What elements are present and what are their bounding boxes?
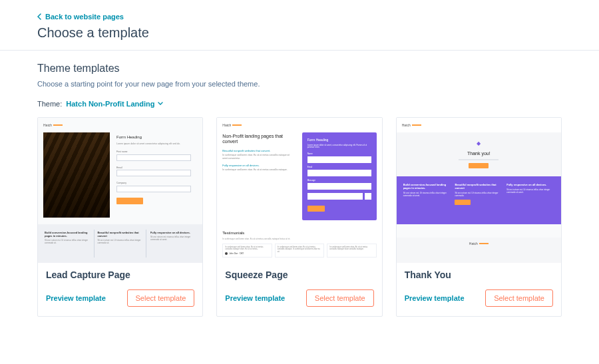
brand-logo: Hatch (43, 123, 63, 128)
preview-template-link[interactable]: Preview template (46, 294, 106, 302)
brand-logo: Hatch (222, 123, 242, 128)
back-link-label: Back to website pages (45, 13, 124, 21)
mini-form-panel: Form Heading Lorem ipsum dolor sit amet,… (302, 132, 377, 220)
section-title: Theme templates (37, 63, 562, 75)
section-subtitle: Choose a starting point for your new pag… (37, 80, 562, 88)
diamond-icon: ◆ (477, 140, 481, 147)
template-card-lead-capture: Hatch Form Heading Lorem ipsum dolor sit… (37, 117, 203, 317)
theme-label: Theme: (37, 100, 62, 108)
template-name: Thank You (405, 270, 553, 280)
footer: Hatch (397, 238, 561, 263)
page-title: Choose a template (37, 25, 562, 41)
theme-value: Hatch Non-Profit Landing (66, 100, 154, 108)
select-template-button[interactable]: Select template (306, 289, 374, 307)
feature-strip: Build conversion-focused landing pages i… (38, 224, 202, 263)
preview-template-link[interactable]: Preview template (225, 294, 285, 302)
theme-dropdown[interactable]: Hatch Non-Profit Landing (66, 100, 162, 108)
hero: ◆ Thank you! (397, 132, 561, 176)
brand-logo: Hatch (402, 123, 421, 128)
back-link[interactable]: Back to website pages (37, 13, 124, 21)
template-thumbnail[interactable]: Hatch Form Heading Lorem ipsum dolor sit… (38, 118, 202, 263)
select-template-button[interactable]: Select template (127, 289, 195, 307)
chevron-left-icon (37, 13, 41, 20)
preview-template-link[interactable]: Preview template (405, 294, 465, 302)
feature-band: Build conversion-focused landing pages i… (397, 176, 561, 224)
mini-copy: Non-Profit landing pages that convert Be… (222, 134, 292, 176)
select-template-button[interactable]: Select template (485, 289, 553, 307)
template-name: Squeeze Page (225, 270, 373, 280)
caret-down-icon (158, 102, 163, 106)
template-thumbnail[interactable]: Hatch ◆ Thank you! Build conversion-focu… (397, 118, 561, 263)
testimonials: Testimonials In scelerisque sed lorem vi… (217, 227, 381, 263)
template-name: Lead Capture Page (46, 270, 194, 280)
template-cards: Hatch Form Heading Lorem ipsum dolor sit… (37, 117, 562, 317)
mini-form: Form Heading Lorem ipsum dolor sit amet … (116, 135, 191, 204)
template-card-squeeze: Hatch Non-Profit landing pages that conv… (216, 117, 382, 317)
template-card-thank-you: Hatch ◆ Thank you! Build conversion-focu… (396, 117, 562, 317)
divider (0, 50, 599, 51)
hero-image (43, 132, 110, 218)
template-thumbnail[interactable]: Hatch Non-Profit landing pages that conv… (217, 118, 381, 263)
